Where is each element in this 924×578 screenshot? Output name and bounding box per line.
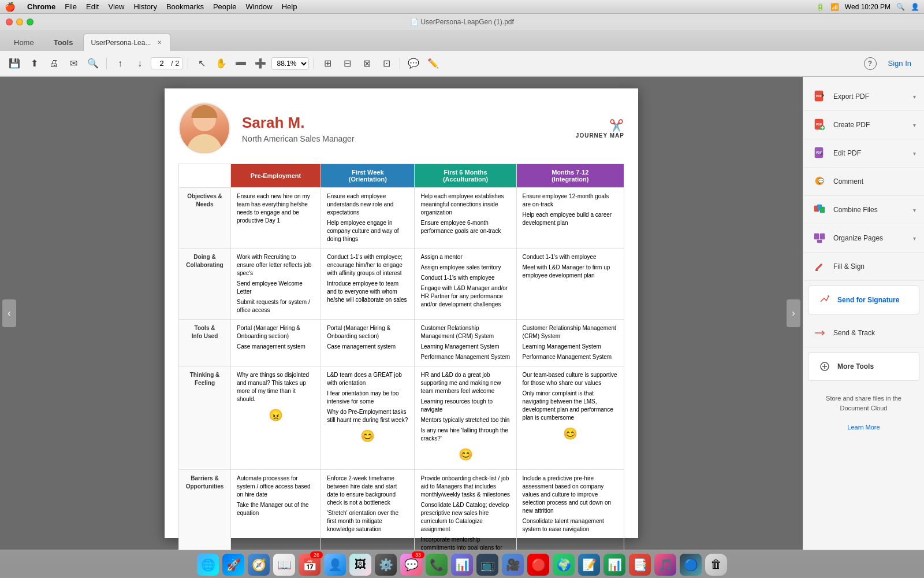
menu-help[interactable]: Help xyxy=(282,2,297,11)
help-button[interactable]: ? xyxy=(864,57,877,70)
dock-books[interactable]: 📖 xyxy=(273,554,295,576)
table-header-integration: Months 7-12(Integration) xyxy=(516,164,624,188)
tab-pdf-label: UserPersona-Lea... xyxy=(91,39,151,47)
menu-people[interactable]: People xyxy=(213,2,236,11)
svg-text:💬: 💬 xyxy=(818,177,825,184)
fit-page-button[interactable]: ⊞ xyxy=(319,55,336,72)
dock-safari[interactable]: 🧭 xyxy=(248,554,270,576)
search-button[interactable]: 🔍 xyxy=(84,55,102,72)
hand-tool-button[interactable]: ✋ xyxy=(213,55,230,72)
tab-pdf[interactable]: UserPersona-Lea... ✕ xyxy=(83,34,171,51)
upload-button[interactable]: ⬆ xyxy=(25,55,43,72)
pdf-viewer[interactable]: ‹ › Sarah M. North American Sales Manage… xyxy=(0,77,803,550)
sidebar-item-export-pdf[interactable]: PDF Export PDF ▾ xyxy=(803,83,924,111)
tab-close-button[interactable]: ✕ xyxy=(155,39,163,47)
menu-edit[interactable]: Edit xyxy=(86,2,99,11)
dock-settings[interactable]: ⚙️ xyxy=(375,554,397,576)
user-avatar-icon[interactable]: 👤 xyxy=(911,3,919,11)
next-page-button[interactable]: ↓ xyxy=(131,55,148,72)
fit-width-button[interactable]: ⊟ xyxy=(338,55,356,72)
send-signature-icon xyxy=(817,292,833,308)
apple-menu[interactable]: 🍎 xyxy=(5,2,16,12)
prev-page-arrow[interactable]: ‹ xyxy=(2,299,16,327)
dock-excel[interactable]: 📊 xyxy=(603,554,625,576)
tab-home[interactable]: Home xyxy=(5,34,43,51)
dock-charts[interactable]: 📊 xyxy=(451,554,473,576)
fill-sign-label: Fill & Sign xyxy=(833,262,865,271)
zoom-out-button[interactable]: ➖ xyxy=(232,55,249,72)
rotate-button[interactable]: ⊠ xyxy=(358,55,375,72)
menu-history[interactable]: History xyxy=(133,2,157,11)
dock-zoom[interactable]: 🎥 xyxy=(502,554,524,576)
dock-launchpad[interactable]: 🚀 xyxy=(222,554,244,576)
person-title: North American Sales Manager xyxy=(242,134,355,143)
menu-window[interactable]: Window xyxy=(245,2,272,11)
pen-button[interactable]: ✏️ xyxy=(424,55,442,72)
save-button[interactable]: 💾 xyxy=(6,55,23,72)
sidebar-item-create-pdf[interactable]: PDF Create PDF ▾ xyxy=(803,111,924,139)
learn-more-link[interactable]: Learn More xyxy=(847,424,880,431)
browser-title-bar: 📄 UserPersona-LeapGen (1).pdf xyxy=(0,14,924,30)
comment-icon: 💬 xyxy=(811,173,828,190)
fill-sign-icon xyxy=(811,258,828,275)
dock-facetime[interactable]: 📞 xyxy=(426,554,448,576)
search-icon[interactable]: 🔍 xyxy=(896,3,905,11)
dock-photos[interactable]: 🖼 xyxy=(349,554,371,576)
zoom-select[interactable]: 88.1% 100% 125% 150% xyxy=(271,57,309,70)
dock-finder[interactable]: 🌐 xyxy=(197,554,219,576)
sign-in-button[interactable]: Sign In xyxy=(881,57,918,70)
prev-page-button[interactable]: ↑ xyxy=(111,55,129,72)
zoom-in-button[interactable]: ➕ xyxy=(252,55,269,72)
dock-powerpoint[interactable]: 📑 xyxy=(629,554,651,576)
main-area: ‹ › Sarah M. North American Sales Manage… xyxy=(0,77,924,550)
window-close-button[interactable] xyxy=(6,18,13,25)
dock-braintoss[interactable]: 🔵 xyxy=(680,554,702,576)
menu-bookmarks[interactable]: Bookmarks xyxy=(166,2,204,11)
row-label-doing: Doing &Collaborating xyxy=(179,249,231,320)
cell-barriers-sixmonths: Provide onboarding check-list / job aid … xyxy=(415,470,516,550)
dock-music[interactable]: 🎵 xyxy=(654,554,676,576)
dock-messages[interactable]: 💬 xyxy=(400,554,422,576)
sidebar-item-send-track[interactable]: Send & Track xyxy=(803,319,924,347)
store-info: Store and share files in the Document Cl… xyxy=(803,386,924,440)
window-maximize-button[interactable] xyxy=(27,18,33,25)
cell-thinking-firstweek: L&D team does a GREAT job with orientati… xyxy=(321,366,415,470)
dock-acrobat[interactable]: 🔴 xyxy=(527,554,549,576)
sidebar-item-fill-sign[interactable]: Fill & Sign xyxy=(803,253,924,281)
dock-slides[interactable]: 📺 xyxy=(476,554,498,576)
cell-barriers-firstweek: Enforce 2-week timeframe between hire da… xyxy=(321,470,415,550)
next-page-arrow[interactable]: › xyxy=(787,299,800,327)
dock-word[interactable]: 📝 xyxy=(578,554,600,576)
send-for-signature-button[interactable]: Send for Signature xyxy=(808,286,919,314)
svg-rect-14 xyxy=(814,234,819,239)
email-button[interactable]: ✉ xyxy=(65,55,82,72)
sidebar-item-left-organize: Organize Pages xyxy=(811,230,883,246)
dock-contacts[interactable]: 👤 xyxy=(324,554,346,576)
page-number-input[interactable] xyxy=(155,59,169,68)
tab-tools[interactable]: Tools xyxy=(44,34,83,51)
journey-map-label: ✂️ JOURNEY MAP xyxy=(576,118,624,139)
comment-button[interactable]: 💬 xyxy=(405,55,422,72)
menu-chrome[interactable]: Chrome xyxy=(27,2,55,11)
menu-file[interactable]: File xyxy=(65,2,77,11)
cursor-tool-button[interactable]: ↖ xyxy=(193,55,210,72)
dock-chrome[interactable]: 🌍 xyxy=(553,554,575,576)
organize-pages-label: Organize Pages xyxy=(833,234,883,242)
sidebar-item-organize[interactable]: Organize Pages ▾ xyxy=(803,224,924,253)
sidebar-item-combine[interactable]: Combine Files ▾ xyxy=(803,196,924,224)
menu-view[interactable]: View xyxy=(108,2,124,11)
edit-pdf-icon: PDF xyxy=(811,145,828,161)
dock-trash[interactable]: 🗑 xyxy=(705,554,727,576)
window-minimize-button[interactable] xyxy=(16,18,23,25)
dock: 🌐 🚀 🧭 📖 📅 👤 🖼 ⚙️ 💬 📞 📊 📺 🎥 🔴 🌍 📝 📊 📑 🎵 🔵… xyxy=(0,550,924,578)
more-tools-button[interactable]: More Tools xyxy=(808,352,919,381)
dock-calendar[interactable]: 📅 xyxy=(299,554,321,576)
table-row: Barriers &Opportunities Automate process… xyxy=(179,470,624,550)
edit-pdf-chevron: ▾ xyxy=(913,150,916,157)
crop-button[interactable]: ⊡ xyxy=(378,55,395,72)
sidebar-item-comment[interactable]: 💬 Comment xyxy=(803,168,924,196)
print-button[interactable]: 🖨 xyxy=(45,55,62,72)
toolbar-separator-2 xyxy=(188,58,188,69)
svg-rect-13 xyxy=(820,207,825,213)
sidebar-item-edit-pdf[interactable]: PDF Edit PDF ▾ xyxy=(803,139,924,168)
